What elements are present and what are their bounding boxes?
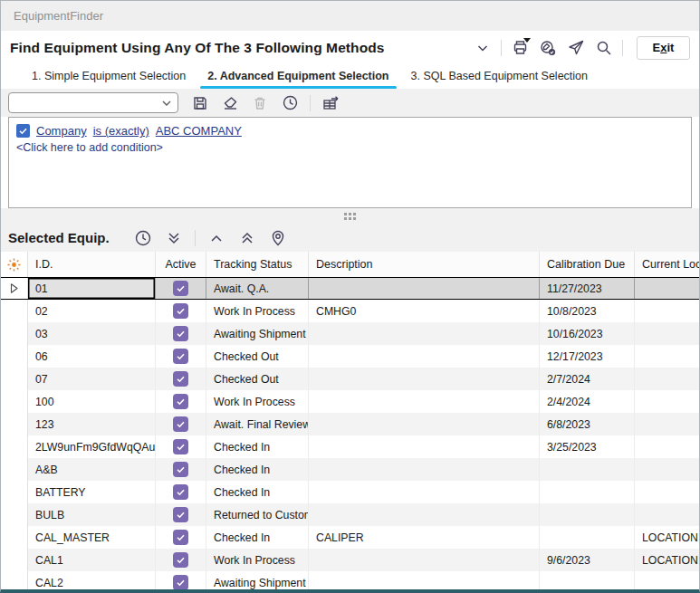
cell-tracking-status[interactable]: Checked Out xyxy=(206,368,309,390)
col-header-id[interactable]: I.D. xyxy=(28,252,156,277)
print-icon[interactable] xyxy=(510,38,530,58)
cell-description[interactable] xyxy=(309,413,540,435)
cell-calibration-due[interactable]: 6/8/2023 xyxy=(540,413,635,435)
cell-current-location[interactable] xyxy=(635,368,699,390)
cell-active[interactable] xyxy=(156,571,206,589)
table-row[interactable]: 2LW9unFm9GfdWqQAuiF Checked In 3/25/2023 xyxy=(1,435,699,458)
combo-chevron-down-icon[interactable] xyxy=(160,97,173,110)
cell-description[interactable] xyxy=(309,571,540,589)
table-row[interactable]: 03 Awaiting Shipment 10/16/2023 xyxy=(1,322,699,345)
cell-calibration-due[interactable]: 9/6/2023 xyxy=(540,549,635,571)
table-row[interactable]: CAL2 Awaiting Shipment xyxy=(1,571,699,589)
cell-active[interactable] xyxy=(156,435,206,458)
cell-id[interactable]: 123 xyxy=(28,413,156,435)
cell-current-location[interactable] xyxy=(635,435,699,458)
col-header-active[interactable]: Active xyxy=(156,252,206,277)
table-row[interactable]: BULB Returned to Customer xyxy=(1,503,699,526)
table-row[interactable]: 07 Checked Out 2/7/2024 xyxy=(1,368,699,390)
cell-current-location[interactable] xyxy=(635,481,699,503)
condition-operator-link[interactable]: is (exactly) xyxy=(93,124,149,138)
row-indicator[interactable] xyxy=(1,549,28,571)
chevron-double-down-icon[interactable] xyxy=(164,228,184,248)
table-row[interactable]: CAL1 Work In Process 9/6/2023 LOCATION 1 xyxy=(1,549,699,571)
cell-description[interactable] xyxy=(309,503,540,526)
cell-description[interactable] xyxy=(309,481,540,503)
save-icon[interactable] xyxy=(190,93,210,113)
cell-calibration-due[interactable]: 10/16/2023 xyxy=(540,322,635,345)
active-checkbox[interactable] xyxy=(173,326,188,341)
exit-button[interactable]: Exit xyxy=(637,36,690,60)
cell-description[interactable] xyxy=(309,368,540,390)
row-indicator[interactable] xyxy=(1,571,28,589)
table-row[interactable]: 123 Await. Final Review 6/8/2023 xyxy=(1,413,699,435)
cell-current-location[interactable] xyxy=(635,413,699,435)
table-row[interactable]: A&B Checked In xyxy=(1,458,699,481)
cell-calibration-due[interactable] xyxy=(540,526,635,549)
cell-calibration-due[interactable]: 11/27/2023 xyxy=(540,278,635,299)
cell-tracking-status[interactable]: Returned to Customer xyxy=(206,503,309,526)
cell-id[interactable]: 03 xyxy=(28,322,156,345)
cell-calibration-due[interactable]: 12/17/2023 xyxy=(540,345,635,368)
table-row[interactable]: 01 Await. Q.A. 11/27/2023 xyxy=(1,277,699,300)
cell-active[interactable] xyxy=(156,458,206,481)
tab-simple-selection[interactable]: 1. Simple Equipment Selection xyxy=(21,65,197,89)
active-checkbox[interactable] xyxy=(173,303,188,319)
cell-active[interactable] xyxy=(156,503,206,526)
cell-tracking-status[interactable]: Awaiting Shipment xyxy=(206,571,309,589)
cell-calibration-due[interactable]: 2/4/2024 xyxy=(540,390,635,413)
history-icon[interactable] xyxy=(133,228,153,248)
cell-active[interactable] xyxy=(156,390,206,413)
row-indicator[interactable] xyxy=(1,526,28,549)
cell-current-location[interactable] xyxy=(635,322,699,345)
saved-filter-input[interactable] xyxy=(9,93,154,112)
col-header-current-location[interactable]: Current Location xyxy=(635,252,699,277)
cell-active[interactable] xyxy=(156,549,206,571)
row-indicator[interactable] xyxy=(1,435,28,458)
row-indicator[interactable] xyxy=(1,503,28,526)
active-checkbox[interactable] xyxy=(173,349,188,364)
cell-id[interactable]: CAL_MASTER xyxy=(28,526,156,549)
row-indicator[interactable] xyxy=(1,390,28,413)
search-icon[interactable] xyxy=(594,38,614,58)
cell-id[interactable]: BULB xyxy=(28,503,156,526)
cell-tracking-status[interactable]: Awaiting Shipment xyxy=(206,322,309,345)
cell-id[interactable]: 01 xyxy=(28,278,156,299)
cell-description[interactable] xyxy=(309,322,540,345)
cell-id[interactable]: CAL1 xyxy=(28,549,156,571)
active-checkbox[interactable] xyxy=(173,462,188,477)
active-checkbox[interactable] xyxy=(173,507,188,522)
tab-advanced-selection[interactable]: 2. Advanced Equipment Selection xyxy=(197,65,399,89)
delete-icon[interactable] xyxy=(250,93,270,113)
cell-description[interactable] xyxy=(309,549,540,571)
table-row[interactable]: 02 Work In Process CMHG0 10/8/2023 xyxy=(1,300,699,322)
cell-description[interactable] xyxy=(309,435,540,458)
active-checkbox[interactable] xyxy=(173,439,188,454)
cell-calibration-due[interactable] xyxy=(540,481,635,503)
active-checkbox[interactable] xyxy=(173,484,188,500)
cell-description[interactable] xyxy=(309,458,540,481)
col-header-description[interactable]: Description xyxy=(309,252,540,277)
cell-id[interactable]: A&B xyxy=(28,458,156,481)
cell-current-location[interactable] xyxy=(635,390,699,413)
chevron-double-up-icon[interactable] xyxy=(237,228,257,248)
cell-current-location[interactable] xyxy=(635,503,699,526)
panel-splitter[interactable] xyxy=(1,208,699,224)
history-icon[interactable] xyxy=(280,93,300,113)
chevron-down-icon[interactable] xyxy=(473,38,493,58)
condition-field-link[interactable]: Company xyxy=(36,124,87,138)
cell-description[interactable]: CALIPER xyxy=(309,526,540,549)
map-pin-icon[interactable] xyxy=(268,228,288,248)
row-indicator[interactable] xyxy=(1,368,28,390)
cell-current-location[interactable]: LOCATION 1 xyxy=(635,549,699,571)
eraser-icon[interactable] xyxy=(220,93,240,113)
condition-checkbox[interactable] xyxy=(16,124,30,138)
col-header-calibration-due[interactable]: Calibration Due xyxy=(540,252,635,277)
cell-tracking-status[interactable]: Work In Process xyxy=(206,390,309,413)
active-checkbox[interactable] xyxy=(173,575,188,589)
cell-tracking-status[interactable]: Checked Out xyxy=(206,345,309,368)
active-checkbox[interactable] xyxy=(173,281,188,296)
cell-id[interactable]: BATTERY xyxy=(28,481,156,503)
cell-current-location[interactable] xyxy=(635,278,699,299)
cell-current-location[interactable] xyxy=(635,458,699,481)
tab-sql-selection[interactable]: 3. SQL Based Equipment Selection xyxy=(400,65,599,89)
